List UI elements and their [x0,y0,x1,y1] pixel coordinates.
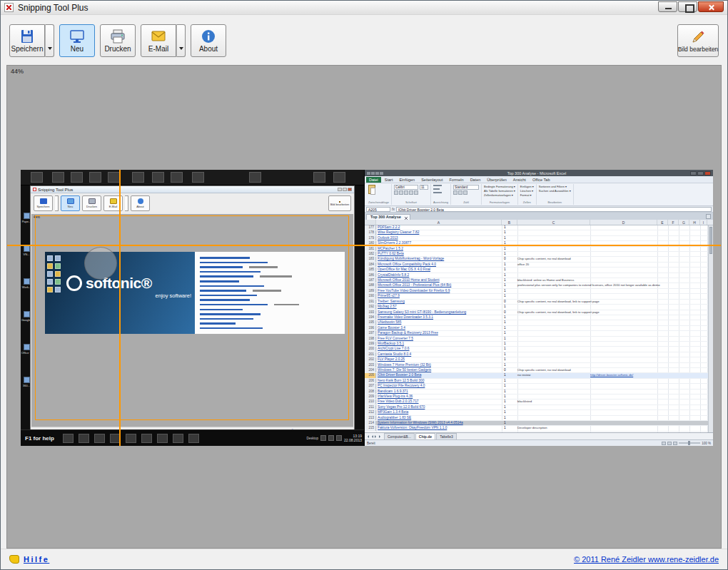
save-icon [40,198,47,204]
excel-cell: Game Booster 3.4 [376,326,502,330]
chevron-down-icon [48,47,52,52]
excel-row: 189Free YouTube Video Downloader für Fir… [365,289,713,294]
excel-cell [590,257,657,261]
excel-cell: 1 [502,326,517,330]
excel-status-bar: Bereit 100 % [365,439,713,446]
excel-cell: 1 [502,357,517,362]
excel-cell [517,410,590,414]
excel-cell: 1 [502,421,517,425]
excel-row: 188Microsoft Office 2013 - Professional … [365,283,713,288]
tray-icon [328,435,334,441]
excel-cell: System Information for Windows (SIW) 201… [376,421,502,425]
excel-style-buttons: Bedingte Formatierung ▾Als Tabelle forma… [484,185,515,198]
excel-cell: 1 [502,263,517,267]
save-icon [19,29,35,44]
excel-cell: 1 [502,416,517,420]
inner-snipping-window: Snipping Tool Plus Speichern Neu [30,185,355,437]
excel-cell [517,384,590,388]
excel-cell: 1 [502,342,517,346]
ribbon-group-clipboard: Zwischenablage [366,184,392,205]
excel-cell: Samsung Galaxy S3 mini GT-I8190 - Bedien… [376,310,502,315]
minimize-icon [690,171,697,175]
excel-name-box: A205 [366,207,390,212]
excel-cell: CrystalDiskInfo 5.8.2 [376,273,502,278]
excel-cell: 195 [365,320,376,325]
excel-cell: professional plus version only for compa… [517,283,590,287]
maximize-icon [697,171,704,175]
close-icon [706,214,711,219]
excel-cell: Free Video Dub 2.0.15.717 [376,399,502,404]
copyright-link[interactable]: © 2011 René Zeidler www.rene-zeidler.de [574,555,719,564]
excel-cell [590,421,657,425]
excel-cell [590,347,657,351]
minimize-button[interactable] [658,1,677,12]
ribbon-group-styles: Bedingte Formatierung ▾Als Tabelle forma… [482,184,518,205]
excel-cell: 1 [502,236,517,240]
excel-cell: 183 [365,257,376,261]
excel-cell: 181 [365,247,376,251]
excel-row: 181MCPatcher 1.5.21 [365,247,713,252]
excel-row: 209IrfanView Plug-ins 4.361 [365,395,713,399]
excel-cell [590,252,657,256]
excel-cell: 1 [502,390,517,394]
left-monitor: Pape...VN...Work...Google...Office T...3… [21,170,364,446]
excel-row: 205IObit Driver Booster 2.0 Beta1no revi… [365,373,713,378]
excel-row: 207PC Inspector File Recovery 4.01 [365,384,713,389]
excel-cell: IrfanView Plug-ins 4.36 [376,395,502,399]
excel-row: 210Free Video Dub 2.0.15.7171blacklisted [365,399,713,404]
excel-cell [590,363,657,367]
close-button[interactable] [698,1,724,12]
excel-cell: blacklisted: online as Home and Business [517,278,590,283]
excel-cell [590,320,657,325]
maximize-button[interactable] [678,1,697,12]
excel-cell: 1 [502,289,517,293]
excel-cell [517,326,590,330]
excel-cell: 1 [502,373,517,377]
excel-cell: 200 [365,347,376,351]
excel-cell: IObit Driver Booster 2.0 Beta [376,373,502,377]
save-dropdown[interactable] [45,24,54,57]
excel-cell: Free FLV Converter 7.5 [376,337,502,341]
excel-cell: 1 [502,399,517,404]
excel-ribbon: Zwischenablage Calibri 11 Schriftart [365,183,713,206]
excel-cell: MozBackup 3.5.1 [376,342,502,346]
excel-cell: Developer description [517,426,590,430]
excel-row: 208Bandicam 1.6.9.3711 [365,390,713,395]
print-button[interactable]: Drucken [100,24,136,57]
email-dropdown[interactable] [176,24,186,57]
preview-canvas[interactable]: 44% Pape...VN...Work...Google...Office T… [6,65,722,549]
excel-cell [517,421,590,425]
tray-icon [320,435,326,441]
excel-cell: Paragon Backup & Recovery 2013 Free [376,331,502,335]
save-button[interactable]: Speichern [9,24,45,57]
excel-cell: 201 [365,352,376,357]
email-dropdown [125,195,128,211]
excel-cell: UNetbootin 585 [376,320,502,325]
excel-cell: 193 [365,310,376,315]
excel-cell: 188 [365,283,376,287]
excel-cell: Prime95 v27.9 [376,294,502,298]
help-link[interactable]: Hilfe [24,555,49,564]
excel-cell: OpenOffice für Mac OS X 4.0 Final [376,268,502,272]
excel-cell: Windows 7: Die 50 besten Gadgets [376,368,502,372]
excel-row: 182PuTTY 0.62 Beta1 [365,252,713,257]
about-label: About [199,45,218,53]
window-thumbnail [89,172,101,183]
desktop-icon-glyph [24,213,30,219]
excel-cell: MCPatcher 1.5.2 [376,247,502,251]
about-button[interactable]: About [191,24,226,57]
email-button[interactable]: E-Mail [141,24,176,57]
excel-column-header: A [376,220,502,225]
excel-cell [517,390,590,394]
edit-image-button[interactable]: Bild bearbeiten [677,24,719,57]
excel-cell [590,368,657,372]
taskbar-icon [79,434,89,443]
excel-row: 195UNetbootin 5851 [365,320,713,325]
excel-ribbon-tab: Office Tab [530,177,553,183]
new-button[interactable]: Neu [59,24,95,57]
excel-cell: 1 [502,395,517,399]
excel-cell: 1 [502,294,517,298]
window-thumbnail [52,172,64,183]
crosshair-vertical [119,170,121,446]
ribbon-group-editing: Sortieren und Filtern ▾Suchen und Auswäh… [537,184,574,205]
